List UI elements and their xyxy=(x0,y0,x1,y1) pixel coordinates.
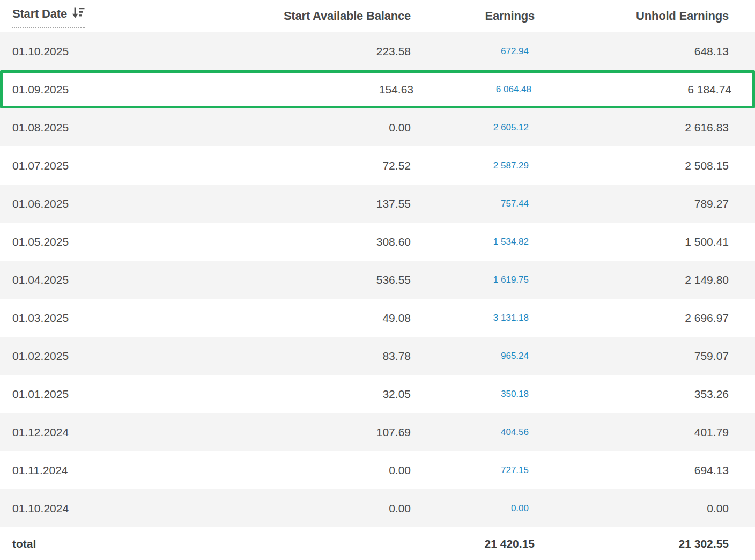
start-available-balance-cell: 308.60 xyxy=(252,235,411,248)
column-header-earnings: Earnings xyxy=(411,9,535,23)
start-date-cell: 01.10.2024 xyxy=(0,502,252,515)
total-label: total xyxy=(0,537,252,550)
start-available-balance-cell: 0.00 xyxy=(252,502,411,515)
earnings-link[interactable]: 1 619.75 xyxy=(411,275,535,285)
earnings-link[interactable]: 672.94 xyxy=(411,46,535,57)
unhold-earnings-cell: 2 616.83 xyxy=(535,121,729,134)
table-row: 01.05.2025 308.60 1 534.82 1 500.41 xyxy=(0,223,755,261)
start-date-cell: 01.05.2025 xyxy=(0,235,252,248)
earnings-link[interactable]: 6 064.48 xyxy=(413,84,537,95)
unhold-earnings-cell: 2 149.80 xyxy=(535,274,729,286)
table-row: 01.04.2025 536.55 1 619.75 2 149.80 xyxy=(0,261,755,299)
table-row: 01.10.2024 0.00 0.00 0.00 xyxy=(0,489,755,527)
earnings-link[interactable]: 0.00 xyxy=(411,503,535,514)
earnings-link[interactable]: 2 587.29 xyxy=(411,160,535,171)
column-header-start-date: Start Date xyxy=(0,5,252,28)
start-available-balance-cell: 137.55 xyxy=(252,197,411,210)
start-date-sort-control[interactable]: Start Date xyxy=(12,5,85,28)
table-row: 01.12.2024 107.69 404.56 401.79 xyxy=(0,413,755,451)
earnings-link[interactable]: 727.15 xyxy=(411,465,535,476)
table-body: 01.10.2025 223.58 672.94 648.13 01.09.20… xyxy=(0,32,755,527)
table-row: 01.10.2025 223.58 672.94 648.13 xyxy=(0,32,755,70)
start-date-cell: 01.07.2025 xyxy=(0,159,252,172)
start-available-balance-cell: 32.05 xyxy=(252,388,411,401)
start-date-cell: 01.06.2025 xyxy=(0,197,252,210)
start-date-cell: 01.02.2025 xyxy=(0,350,252,363)
table-row: 01.03.2025 49.08 3 131.18 2 696.97 xyxy=(0,299,755,337)
table-row: 01.09.2025 154.63 6 064.48 6 184.74 xyxy=(0,70,755,108)
start-date-cell: 01.09.2025 xyxy=(3,83,255,96)
unhold-earnings-cell: 2 696.97 xyxy=(535,312,729,325)
start-available-balance-cell: 83.78 xyxy=(252,350,411,363)
unhold-earnings-cell: 648.13 xyxy=(535,45,729,58)
column-header-start-available-balance: Start Available Balance xyxy=(252,9,411,23)
earnings-link[interactable]: 350.18 xyxy=(411,389,535,400)
unhold-earnings-cell: 789.27 xyxy=(535,197,729,210)
start-date-cell: 01.04.2025 xyxy=(0,274,252,286)
earnings-table: Start Date Start Available Balance Earn xyxy=(0,0,755,560)
start-available-balance-cell: 0.00 xyxy=(252,464,411,477)
start-date-header-label: Start Date xyxy=(12,7,67,21)
start-date-cell: 01.03.2025 xyxy=(0,312,252,325)
start-available-balance-cell: 72.52 xyxy=(252,159,411,172)
start-date-cell: 01.08.2025 xyxy=(0,121,252,134)
table-row: 01.08.2025 0.00 2 605.12 2 616.83 xyxy=(0,108,755,146)
unhold-earnings-cell: 6 184.74 xyxy=(537,83,731,96)
earnings-link[interactable]: 757.44 xyxy=(411,198,535,209)
table-row: 01.07.2025 72.52 2 587.29 2 508.15 xyxy=(0,146,755,185)
table-row: 01.06.2025 137.55 757.44 789.27 xyxy=(0,185,755,223)
start-available-balance-cell: 223.58 xyxy=(252,45,411,58)
table-row: 01.01.2025 32.05 350.18 353.26 xyxy=(0,375,755,413)
unhold-earnings-cell: 759.07 xyxy=(535,350,729,363)
unhold-earnings-cell: 353.26 xyxy=(535,388,729,401)
earnings-link[interactable]: 965.24 xyxy=(411,351,535,362)
start-available-balance-cell: 536.55 xyxy=(252,274,411,286)
earnings-link[interactable]: 404.56 xyxy=(411,427,535,438)
table-row: 01.11.2024 0.00 727.15 694.13 xyxy=(0,451,755,489)
start-date-cell: 01.10.2025 xyxy=(0,45,252,58)
table-header-row: Start Date Start Available Balance Earn xyxy=(0,0,755,32)
unhold-earnings-cell: 1 500.41 xyxy=(535,235,729,248)
unhold-earnings-cell: 694.13 xyxy=(535,464,729,477)
start-available-balance-cell: 154.63 xyxy=(255,83,413,96)
total-unhold-earnings-value: 21 302.55 xyxy=(535,537,729,550)
earnings-link[interactable]: 3 131.18 xyxy=(411,313,535,323)
start-date-cell: 01.11.2024 xyxy=(0,464,252,477)
earnings-link[interactable]: 2 605.12 xyxy=(411,122,535,133)
start-available-balance-cell: 49.08 xyxy=(252,312,411,325)
total-earnings-value: 21 420.15 xyxy=(411,537,535,550)
sort-descending-icon xyxy=(71,6,85,24)
unhold-earnings-cell: 401.79 xyxy=(535,426,729,439)
total-row: total 21 420.15 21 302.55 xyxy=(0,527,755,560)
earnings-link[interactable]: 1 534.82 xyxy=(411,237,535,247)
column-header-unhold-earnings: Unhold Earnings xyxy=(535,9,729,23)
start-available-balance-cell: 107.69 xyxy=(252,426,411,439)
unhold-earnings-cell: 2 508.15 xyxy=(535,159,729,172)
table-row: 01.02.2025 83.78 965.24 759.07 xyxy=(0,337,755,375)
start-date-cell: 01.01.2025 xyxy=(0,388,252,401)
unhold-earnings-cell: 0.00 xyxy=(535,502,729,515)
start-available-balance-cell: 0.00 xyxy=(252,121,411,134)
start-date-cell: 01.12.2024 xyxy=(0,426,252,439)
